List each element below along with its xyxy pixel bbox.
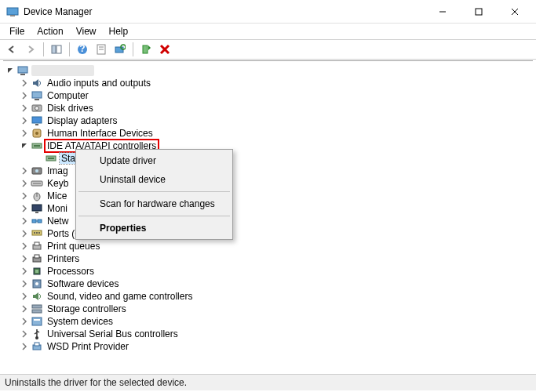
chevron-right-icon[interactable] (19, 228, 30, 239)
svg-rect-15 (143, 45, 148, 53)
svg-point-33 (35, 169, 38, 172)
svg-rect-19 (20, 74, 25, 75)
hid-icon (31, 127, 43, 140)
chevron-right-icon[interactable] (19, 253, 30, 264)
svg-rect-21 (35, 99, 39, 100)
properties-button[interactable] (93, 41, 110, 58)
svg-rect-57 (32, 318, 42, 325)
chevron-right-icon[interactable] (19, 78, 30, 89)
chevron-right-icon[interactable] (19, 316, 30, 327)
software-icon (31, 278, 43, 290)
scan-hardware-button[interactable] (111, 41, 129, 58)
tree-item-label: Netw (46, 216, 70, 227)
titlebar: Device Manager (0, 0, 536, 24)
chevron-right-icon[interactable] (19, 241, 30, 252)
tree-item[interactable]: Disk drives (2, 102, 534, 114)
chevron-right-icon[interactable] (19, 178, 30, 189)
maximize-button[interactable] (461, 0, 497, 24)
device-tree[interactable]: Audio inputs and outputs Computer Disk d… (0, 61, 536, 375)
tree-item[interactable]: Display adapters (2, 114, 534, 127)
enable-device-button[interactable] (137, 41, 155, 58)
storage-icon (31, 303, 43, 315)
chevron-right-icon[interactable] (19, 128, 30, 139)
chevron-down-icon[interactable] (5, 65, 16, 76)
tree-item[interactable]: Printers (2, 252, 534, 265)
forward-button[interactable] (22, 41, 39, 58)
back-button[interactable] (3, 41, 20, 58)
context-menu: Update driver Uninstall device Scan for … (75, 149, 233, 240)
root-label (31, 65, 94, 76)
ctx-uninstall-device[interactable]: Uninstall device (78, 170, 231, 189)
chevron-right-icon[interactable] (19, 328, 30, 339)
tree-item-label: Display adapters (46, 115, 119, 126)
chevron-right-icon[interactable] (19, 303, 30, 314)
svg-rect-13 (115, 47, 123, 53)
tree-item[interactable]: Universal Serial Bus controllers (2, 328, 534, 340)
chevron-right-icon[interactable] (19, 203, 30, 214)
tree-item[interactable]: Software devices (2, 278, 534, 290)
chevron-right-icon[interactable] (19, 341, 30, 352)
chevron-right-icon[interactable] (19, 165, 30, 176)
svg-rect-1 (10, 15, 15, 16)
chevron-right-icon[interactable] (19, 103, 30, 114)
chevron-right-icon[interactable] (19, 216, 30, 227)
ctx-separator (78, 216, 230, 216)
tree-item[interactable]: WSD Print Provider (2, 340, 534, 353)
tree-item-label: Disk drives (46, 103, 95, 114)
wsd-icon (31, 340, 43, 353)
show-hide-tree-button[interactable] (48, 41, 65, 58)
svg-rect-7 (57, 45, 61, 53)
tree-item[interactable]: Storage controllers (2, 303, 534, 315)
ctx-scan-hardware[interactable]: Scan for hardware changes (78, 194, 231, 213)
printer-icon (31, 252, 43, 265)
tree-item[interactable]: System devices (2, 315, 534, 328)
tree-item[interactable]: Audio inputs and outputs (2, 77, 534, 89)
menu-view[interactable]: View (70, 24, 103, 38)
tree-item[interactable]: Print queues (2, 240, 534, 252)
disk-icon (31, 102, 43, 114)
app-icon (6, 5, 19, 18)
network-icon (31, 215, 43, 227)
tree-item[interactable]: Sound, video and game controllers (2, 290, 534, 303)
printqueue-icon (31, 240, 43, 252)
tree-item-label: Audio inputs and outputs (46, 78, 152, 89)
chevron-right-icon[interactable] (19, 278, 30, 289)
svg-point-45 (36, 232, 38, 234)
chevron-right-icon[interactable] (19, 191, 30, 201)
svg-rect-58 (34, 319, 40, 321)
menu-action[interactable]: Action (31, 24, 69, 38)
menu-help[interactable]: Help (103, 24, 135, 38)
svg-point-59 (35, 336, 38, 339)
chevron-right-icon[interactable] (19, 90, 30, 101)
menu-file[interactable]: File (3, 24, 31, 38)
help-button[interactable]: ? (74, 41, 91, 58)
chevron-down-icon[interactable] (19, 140, 30, 151)
chevron-right-icon[interactable] (19, 115, 30, 126)
tree-item-label: Mice (46, 191, 68, 201)
svg-rect-29 (34, 145, 40, 147)
svg-rect-40 (32, 220, 36, 223)
sound-icon (31, 290, 43, 303)
tree-item-label: WSD Print Provider (46, 341, 130, 352)
svg-rect-41 (38, 220, 42, 223)
svg-rect-25 (35, 124, 38, 125)
tree-item-label: System devices (46, 316, 115, 327)
tree-root[interactable] (2, 64, 534, 77)
tree-item[interactable]: Computer (2, 89, 534, 102)
ide-icon (31, 140, 43, 152)
ctx-properties[interactable]: Properties (78, 219, 231, 238)
uninstall-device-button[interactable] (156, 41, 173, 58)
tree-item-label: Moni (46, 203, 69, 214)
svg-point-54 (35, 282, 38, 285)
tree-item[interactable]: Processors (2, 265, 534, 278)
chevron-right-icon[interactable] (19, 291, 30, 302)
svg-rect-39 (35, 212, 38, 213)
ide-icon (45, 152, 57, 165)
usb-icon (31, 328, 43, 340)
ctx-update-driver[interactable]: Update driver (78, 151, 231, 170)
minimize-button[interactable] (425, 0, 461, 24)
chevron-right-icon[interactable] (19, 266, 30, 277)
tree-item[interactable]: Human Interface Devices (2, 127, 534, 140)
svg-rect-50 (35, 255, 39, 258)
close-button[interactable] (497, 0, 533, 24)
